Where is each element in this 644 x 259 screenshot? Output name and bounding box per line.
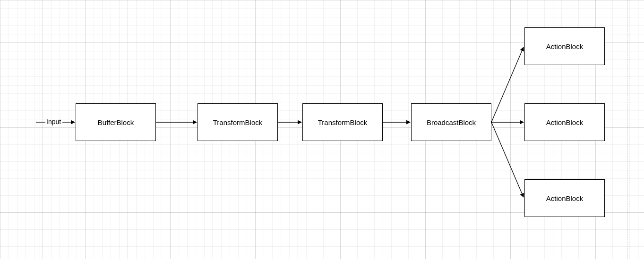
block-transform-1[interactable]: TransformBlock	[197, 103, 278, 141]
block-buffer[interactable]: BufferBlock	[76, 103, 156, 141]
block-action-3-label: ActionBlock	[546, 194, 583, 202]
page-guide-left	[40, 0, 40, 259]
block-transform-1-label: TransformBlock	[213, 118, 262, 126]
block-broadcast-label: BroadcastBlock	[427, 118, 476, 126]
block-transform-2[interactable]: TransformBlock	[302, 103, 383, 141]
page-guide-right	[627, 0, 627, 259]
block-action-2[interactable]: ActionBlock	[524, 103, 605, 141]
block-buffer-label: BufferBlock	[98, 118, 134, 126]
block-transform-2-label: TransformBlock	[318, 118, 367, 126]
diagram-canvas[interactable]: Input BufferBlock TransformBlock Transfo…	[0, 0, 644, 259]
block-action-1-label: ActionBlock	[546, 42, 583, 50]
block-action-1[interactable]: ActionBlock	[524, 27, 605, 65]
block-action-2-label: ActionBlock	[546, 118, 583, 126]
block-broadcast[interactable]: BroadcastBlock	[411, 103, 491, 141]
block-action-3[interactable]: ActionBlock	[524, 179, 605, 217]
input-label[interactable]: Input	[46, 118, 61, 125]
